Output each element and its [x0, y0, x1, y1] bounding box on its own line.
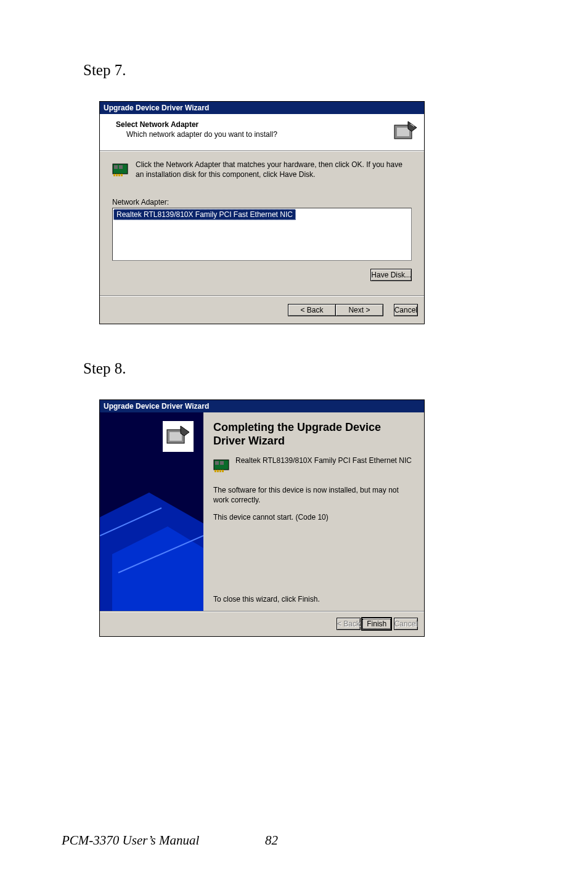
network-adapter-icon [112, 160, 129, 178]
dialog1-header: Select Network Adapter Which network ada… [100, 114, 424, 151]
step-7-label: Step 7. [83, 62, 508, 79]
manual-title: PCM-3370 User’s Manual [62, 833, 199, 848]
dialog1-header-subtitle: Which network adapter do you want to ins… [116, 130, 417, 139]
cancel-button[interactable]: Cancel [394, 304, 418, 316]
dialog1-footer: < Back Next > Cancel [100, 297, 424, 324]
svg-rect-3 [114, 165, 118, 169]
cancel-button: Cancel [394, 618, 418, 630]
dialog1-header-title: Select Network Adapter [116, 120, 417, 129]
svg-rect-8 [121, 174, 123, 176]
page-number: 82 [265, 833, 278, 848]
step-8-label: Step 8. [83, 360, 508, 377]
wizard-icon [393, 119, 418, 144]
svg-rect-23 [222, 470, 224, 472]
dialog1-titlebar: Upgrade Device Driver Wizard [100, 102, 424, 114]
svg-rect-22 [219, 470, 221, 472]
next-button[interactable]: Next > [335, 304, 383, 316]
svg-rect-21 [217, 470, 219, 472]
network-adapter-icon [213, 456, 231, 473]
network-adapter-list-item[interactable]: Realtek RTL8139/810X Family PCI Fast Eth… [113, 209, 296, 220]
dialog1-info-row: Click the Network Adapter that matches y… [112, 160, 412, 179]
svg-rect-5 [113, 174, 115, 176]
page-footer: PCM-3370 User’s Manual 82 [62, 833, 526, 848]
dialog-select-network-adapter: Upgrade Device Driver Wizard Select Netw… [99, 101, 425, 324]
dialog2-heading: Completing the Upgrade Device Driver Wiz… [213, 421, 414, 448]
dialog2-close-hint: To close this wizard, click Finish. [213, 595, 320, 604]
svg-rect-18 [215, 461, 219, 465]
svg-rect-4 [119, 165, 123, 169]
finish-button[interactable]: Finish [362, 618, 391, 630]
svg-rect-6 [116, 174, 118, 176]
network-adapter-listbox[interactable]: Realtek RTL8139/810X Family PCI Fast Eth… [112, 208, 412, 261]
dialog2-main: Completing the Upgrade Device Driver Wiz… [203, 412, 424, 611]
network-adapter-list-label: Network Adapter: [112, 198, 412, 207]
back-button[interactable]: < Back [288, 304, 336, 316]
svg-rect-20 [214, 470, 216, 472]
svg-rect-16 [169, 432, 182, 441]
svg-rect-1 [397, 128, 409, 136]
dialog2-footer: < Back Finish Cancel [100, 611, 424, 636]
svg-rect-7 [118, 174, 120, 176]
dialog2-msg1: The software for this device is now inst… [213, 486, 414, 505]
back-button: < Back [337, 618, 361, 630]
dialog2-msg2: This device cannot start. (Code 10) [213, 513, 414, 522]
have-disk-button[interactable]: Have Disk... [370, 269, 412, 281]
svg-rect-19 [220, 461, 224, 465]
dialog2-device-name: Realtek RTL8139/810X Family PCI Fast Eth… [235, 456, 412, 466]
wizard-sidebar-graphic [100, 412, 203, 611]
dialog2-titlebar: Upgrade Device Driver Wizard [100, 400, 424, 412]
dialog-completing-wizard: Upgrade Device Driver Wizard [99, 399, 425, 637]
dialog1-info-text: Click the Network Adapter that matches y… [136, 160, 412, 179]
